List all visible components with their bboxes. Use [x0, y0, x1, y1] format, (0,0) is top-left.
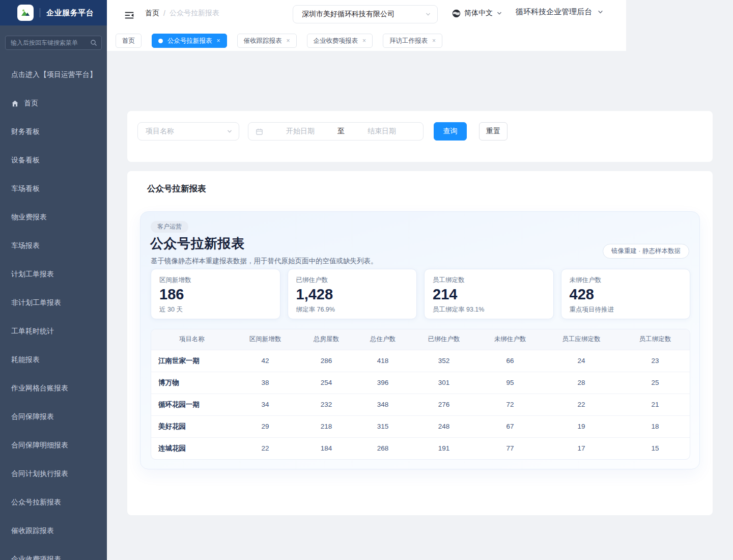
sidebar-item-contract-guarantee-detail-report[interactable]: 合同保障明细报表 [0, 431, 107, 460]
sidebar-item-label: 点击进入【项目运营平台】 [11, 70, 97, 79]
company-select-value: 深圳市美好循环科技有限公司 [302, 10, 425, 19]
cell-value: 396 [355, 372, 411, 394]
stat-sub: 绑定率 76.9% [296, 305, 409, 314]
sidebar-item-label: 公众号拉新报表 [11, 498, 61, 507]
admin-account-menu[interactable]: 循环科技企业管理后台 [516, 7, 604, 17]
chevron-down-icon [496, 10, 502, 16]
sidebar-item-unplanned-workorder-report[interactable]: 非计划工单报表 [0, 289, 107, 317]
report-table: 项目名称 区间新增数 总房屋数 总住户数 已绑住户数 未绑住户数 员工应绑定数 … [151, 329, 690, 460]
sidebar-item-parking-board[interactable]: 车场看板 [0, 175, 107, 203]
tab-visit-work-report[interactable]: 拜访工作报表 × [383, 34, 442, 48]
chevron-down-icon [597, 9, 604, 15]
sidebar-item-contract-plan-execution-report[interactable]: 合同计划执行报表 [0, 460, 107, 488]
sidebar-item-contract-guarantee-report[interactable]: 合同保障报表 [0, 403, 107, 431]
project-name-select[interactable]: 项目名称 [137, 122, 239, 141]
sidebar: 企业服务平台 点击进入【项目运营平台】 首页 [0, 0, 107, 560]
sidebar-item-parking-report[interactable]: 车场报表 [0, 232, 107, 260]
cell-value: 24 [543, 350, 619, 372]
stat-card-staff-bound: 员工绑定数 214 员工绑定率 93.1% [424, 269, 554, 319]
sidebar-item-workorder-time-stats[interactable]: 工单耗时统计 [0, 317, 107, 346]
sidebar-item-label: 企业收费项报表 [11, 555, 61, 560]
top-header: 首页 / 公众号拉新报表 深圳市美好循环科技有限公司 简体中文 [107, 0, 626, 51]
sidebar-item-finance-board[interactable]: 财务看板 [0, 118, 107, 146]
stat-value: 428 [570, 287, 682, 303]
stat-card-unbound-households: 未绑住户数 428 重点项目待推进 [561, 269, 691, 319]
sidebar-item-enterprise-charge-report[interactable]: 企业收费项报表 [0, 545, 107, 560]
sidebar-item-label: 合同计划执行报表 [11, 469, 68, 479]
column-header: 总房屋数 [298, 329, 355, 350]
cell-value: 348 [355, 394, 411, 415]
language-switcher[interactable]: 简体中文 [452, 9, 502, 18]
cell-value: 232 [298, 394, 355, 415]
sidebar-item-label: 计划工单报表 [11, 270, 54, 279]
cell-project-name: 循环花园一期 [151, 394, 233, 415]
search-button[interactable]: 查询 [434, 122, 467, 141]
tab-label: 拜访工作报表 [389, 37, 428, 45]
tab-collection-tracking-report[interactable]: 催收跟踪报表 × [237, 34, 297, 48]
cell-value: 77 [477, 437, 543, 459]
cell-project-name: 江南世家一期 [151, 350, 233, 372]
column-header: 员工绑定数 [619, 329, 690, 350]
chevron-down-icon [227, 128, 233, 134]
page-root: 企业服务平台 点击进入【项目运营平台】 首页 [0, 0, 733, 560]
cell-value: 191 [411, 437, 477, 459]
cell-value: 95 [477, 372, 543, 394]
globe-icon [452, 9, 461, 18]
close-icon[interactable]: × [217, 38, 220, 44]
sidebar-item-official-account-growth-report[interactable]: 公众号拉新报表 [0, 488, 107, 517]
tab-label: 首页 [122, 37, 135, 45]
sidebar-item-label: 首页 [24, 99, 38, 108]
company-select[interactable]: 深圳市美好循环科技有限公司 [293, 5, 438, 23]
menu-fold-icon[interactable] [124, 10, 135, 21]
cell-value: 301 [411, 372, 477, 394]
sidebar-item-home[interactable]: 首页 [0, 89, 107, 118]
column-header: 项目名称 [151, 329, 233, 350]
sidebar-item-planned-workorder-report[interactable]: 计划工单报表 [0, 260, 107, 289]
report-panel: 客户运营 公众号拉新报表 基于镜像静态样本重建报表数据，用于替代原始页面中的空值… [140, 211, 700, 469]
breadcrumb-home[interactable]: 首页 [145, 9, 159, 18]
sidebar-item-device-board[interactable]: 设备看板 [0, 146, 107, 175]
tab-enterprise-charge-report[interactable]: 企业收费项报表 × [307, 34, 373, 48]
sidebar-search[interactable] [5, 36, 102, 50]
cell-value: 254 [298, 372, 355, 394]
table-row: 美好花园 29 218 315 248 67 19 18 [151, 415, 690, 437]
sidebar-logo-bar: 企业服务平台 [0, 0, 107, 25]
cell-value: 67 [477, 415, 543, 437]
end-date-input[interactable]: 结束日期 [348, 127, 416, 136]
panel-subtitle: 基于镜像静态样本重建报表数据，用于替代原始页面中的空值或缺失列表。 [151, 257, 378, 266]
sidebar-item-collection-tracking-report[interactable]: 催收跟踪报表 [0, 517, 107, 545]
column-header: 未绑住户数 [477, 329, 543, 350]
cell-value: 22 [233, 437, 298, 459]
cell-value: 23 [619, 350, 690, 372]
sidebar-item-property-fee-report[interactable]: 物业费报表 [0, 203, 107, 232]
source-badge: 镜像重建 · 静态样本数据 [603, 244, 689, 259]
cell-project-name: 连城花园 [151, 437, 233, 459]
cell-value: 25 [619, 372, 690, 394]
cell-value: 19 [543, 415, 619, 437]
cell-value: 248 [411, 415, 477, 437]
stats-row: 区间新增数 186 近 30 天 已绑住户数 1,428 绑定率 76.9% 员… [151, 269, 690, 319]
tab-home[interactable]: 首页 [116, 34, 142, 48]
sidebar-item-grid-ledger-report[interactable]: 作业网格台账报表 [0, 374, 107, 403]
table-header-row: 项目名称 区间新增数 总房屋数 总住户数 已绑住户数 未绑住户数 员工应绑定数 … [151, 329, 690, 350]
sidebar-search-input[interactable] [11, 39, 90, 46]
sidebar-item-label: 非计划工单报表 [11, 298, 61, 307]
cell-value: 15 [619, 437, 690, 459]
date-range-picker[interactable]: 开始日期 至 结束日期 [248, 122, 424, 141]
active-tab-dot-icon [158, 39, 163, 43]
table-row: 循环花园一期 34 232 348 276 72 22 21 [151, 394, 690, 415]
column-header: 已绑住户数 [411, 329, 477, 350]
table-row: 连城花园 22 184 268 191 77 17 15 [151, 437, 690, 459]
stat-label: 区间新增数 [159, 276, 272, 285]
close-icon[interactable]: × [432, 38, 436, 44]
start-date-input[interactable]: 开始日期 [266, 127, 334, 136]
close-icon[interactable]: × [287, 38, 290, 44]
cell-value: 276 [411, 394, 477, 415]
reset-button[interactable]: 重置 [479, 122, 508, 141]
cell-value: 268 [355, 437, 411, 459]
sidebar-item-energy-report[interactable]: 耗能报表 [0, 346, 107, 374]
sidebar-item-project-ops-entry[interactable]: 点击进入【项目运营平台】 [0, 61, 107, 89]
tab-bar: 首页 公众号拉新报表 × 催收跟踪报表 × 企业收费项报表 × 拜访工作报表 × [107, 31, 626, 51]
close-icon[interactable]: × [362, 38, 366, 44]
tab-official-account-growth-report[interactable]: 公众号拉新报表 × [152, 34, 227, 48]
